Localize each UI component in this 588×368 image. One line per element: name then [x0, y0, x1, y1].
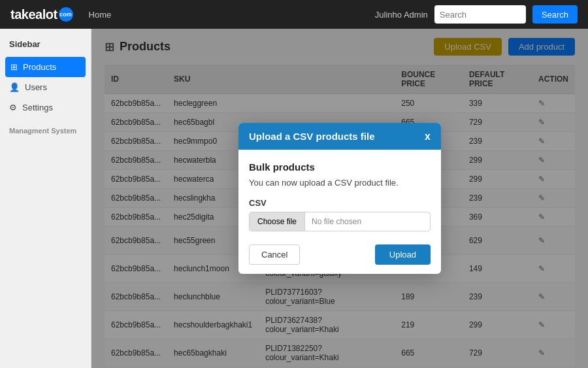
main-content: ⊞ Products Upload CSV Add product ID SKU… [91, 29, 588, 368]
logo: takealot com [10, 7, 73, 22]
sidebar-item-users[interactable]: 👤 Users [0, 77, 91, 97]
sidebar-item-products-label: Products [23, 62, 56, 72]
sidebar-item-users-label: Users [25, 82, 47, 92]
sidebar-title: Sidebar [0, 39, 91, 57]
modal-header: Upload a CSV products file x [238, 123, 441, 150]
user-name: Julinho Admin [375, 10, 428, 20]
choose-file-button[interactable]: Choose file [250, 212, 305, 231]
modal-description: You can now upload a CSV product file. [249, 178, 431, 188]
sidebar: Sidebar ⊞ Products 👤 Users ⚙ Settings Ma… [0, 29, 91, 368]
modal-body: Bulk products You can now upload a CSV p… [238, 150, 441, 274]
sidebar-item-settings-label: Settings [22, 103, 53, 112]
navbar: takealot com Home Julinho Admin Search [0, 0, 588, 29]
modal-section-title: Bulk products [249, 161, 431, 173]
file-input-row: Choose file No file chosen [249, 212, 431, 231]
modal-footer: Cancel Upload [249, 242, 431, 265]
products-icon: ⊞ [10, 62, 18, 72]
cancel-button[interactable]: Cancel [249, 244, 300, 265]
sidebar-item-products[interactable]: ⊞ Products [5, 57, 86, 77]
sidebar-section-title: Managment System [0, 118, 91, 137]
upload-button[interactable]: Upload [375, 244, 431, 265]
nav-home[interactable]: Home [89, 10, 112, 20]
modal-title: Upload a CSV products file [249, 131, 375, 142]
logo-text: takealot [10, 7, 57, 22]
logo-badge: com [59, 7, 73, 22]
layout: Sidebar ⊞ Products 👤 Users ⚙ Settings Ma… [0, 29, 588, 368]
users-icon: 👤 [9, 82, 20, 92]
search-button[interactable]: Search [532, 5, 578, 24]
navbar-right: Julinho Admin Search [375, 5, 578, 24]
search-input[interactable] [434, 5, 526, 24]
settings-icon: ⚙ [9, 103, 17, 112]
sidebar-item-settings[interactable]: ⚙ Settings [0, 97, 91, 118]
file-name-display: No file chosen [305, 212, 430, 231]
navbar-left: takealot com Home [10, 7, 111, 22]
modal-close-button[interactable]: x [425, 131, 431, 142]
csv-label: CSV [249, 198, 431, 208]
modal-overlay: Upload a CSV products file x Bulk produc… [91, 29, 588, 368]
upload-csv-modal: Upload a CSV products file x Bulk produc… [238, 123, 441, 274]
